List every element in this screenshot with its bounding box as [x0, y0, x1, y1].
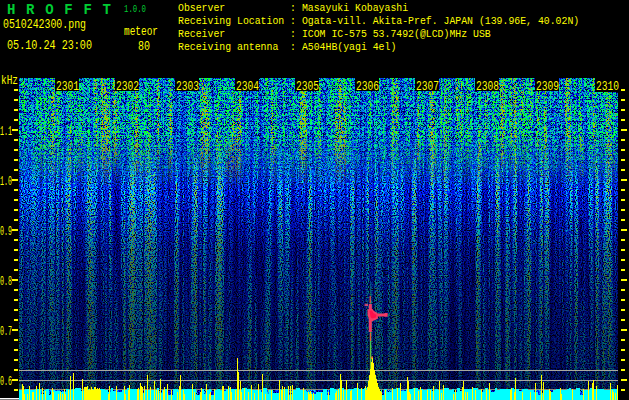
svg-text:2308: 2308 — [476, 80, 499, 94]
svg-text:2304: 2304 — [236, 80, 259, 94]
svg-text:Observer : Masayuki: Observer : Masayuki Kobayashi — [178, 2, 408, 14]
svg-text:0.6: 0.6 — [0, 375, 12, 389]
svg-text:2305: 2305 — [296, 80, 319, 94]
svg-text:2302: 2302 — [116, 80, 139, 94]
svg-text:Receiving Location : Ogata-vil: Receiving Location : Ogata-vill. Akita-P… — [178, 15, 579, 27]
svg-text:0510242300.png: 0510242300.png — [3, 18, 86, 32]
svg-text:80: 80 — [138, 40, 150, 54]
svg-text:2301: 2301 — [56, 80, 79, 94]
svg-text:1.1: 1.1 — [0, 125, 12, 139]
svg-text:Receiver : ICOM IC-5: Receiver : ICOM IC-575 53.7492(@LCD)MHz … — [178, 28, 491, 40]
svg-text:2303: 2303 — [176, 80, 199, 94]
svg-text:1.0.0: 1.0.0 — [124, 3, 146, 15]
svg-text:meteor: meteor — [124, 25, 158, 39]
svg-text:0.7: 0.7 — [0, 325, 12, 339]
svg-text:Receiving antenna : A504HB(ya: Receiving antenna : A504HB(yagi 4el) — [178, 41, 396, 53]
svg-text:2306: 2306 — [356, 80, 379, 94]
svg-text:2310: 2310 — [596, 80, 619, 94]
svg-text:0.9: 0.9 — [0, 225, 12, 239]
svg-text:0.8: 0.8 — [0, 275, 12, 289]
svg-text:2307: 2307 — [416, 80, 439, 94]
svg-text:05.10.24 23:00: 05.10.24 23:00 — [7, 39, 92, 53]
svg-text:1.0: 1.0 — [0, 175, 12, 189]
svg-text:kHz: kHz — [1, 74, 18, 88]
svg-text:2309: 2309 — [536, 80, 559, 94]
